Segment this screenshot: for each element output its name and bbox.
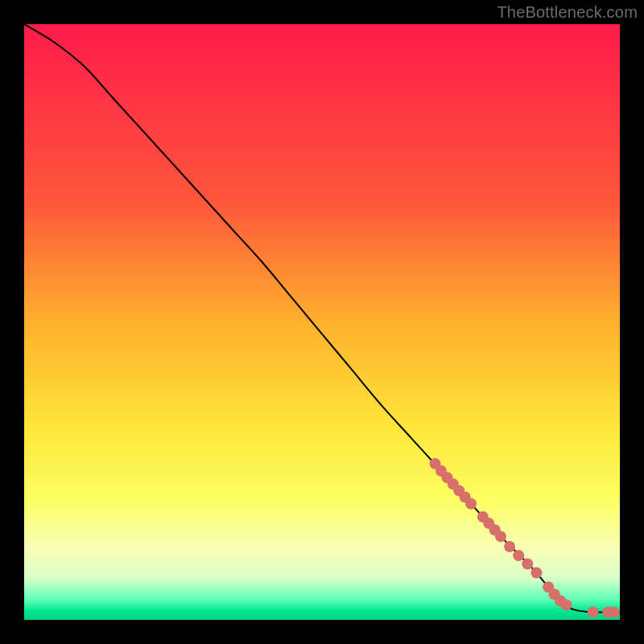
marker-point	[504, 541, 515, 552]
plot-area	[24, 24, 620, 620]
attribution-label: TheBottleneck.com	[497, 3, 638, 22]
chart-container: TheBottleneck.com	[0, 0, 644, 644]
marker-point	[522, 558, 533, 569]
marker-point	[513, 550, 524, 561]
marker-point	[609, 606, 620, 617]
marker-point	[495, 530, 506, 542]
marker-point	[560, 600, 572, 611]
marker-point	[588, 606, 599, 617]
chart-svg	[24, 24, 620, 620]
marker-point	[465, 498, 477, 510]
marker-point	[530, 568, 542, 579]
gradient-background	[24, 24, 620, 620]
